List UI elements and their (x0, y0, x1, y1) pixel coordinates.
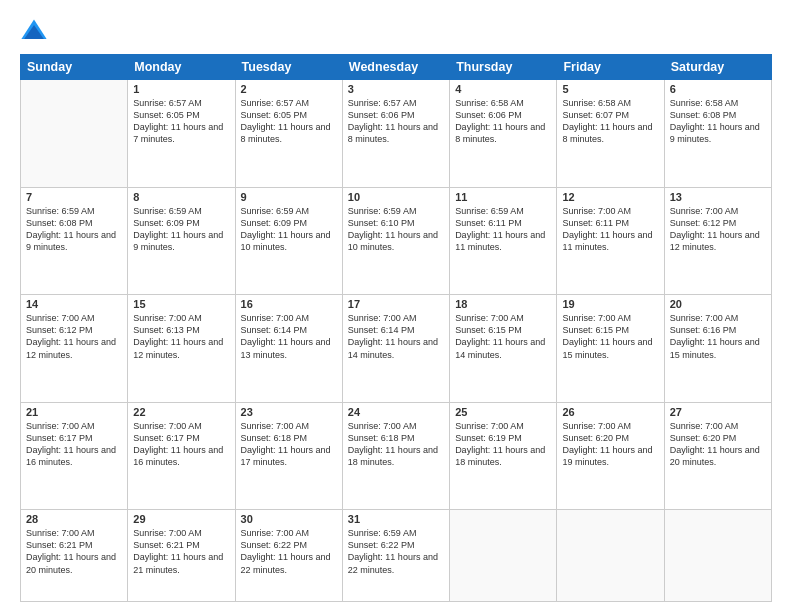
day-cell: 18Sunrise: 7:00 AMSunset: 6:15 PMDayligh… (450, 295, 557, 403)
day-info: Sunrise: 7:00 AMSunset: 6:20 PMDaylight:… (670, 420, 766, 469)
day-number: 14 (26, 298, 122, 310)
day-info: Sunrise: 7:00 AMSunset: 6:15 PMDaylight:… (455, 312, 551, 361)
day-number: 7 (26, 191, 122, 203)
day-number: 13 (670, 191, 766, 203)
day-cell: 8Sunrise: 6:59 AMSunset: 6:09 PMDaylight… (128, 187, 235, 295)
day-cell: 21Sunrise: 7:00 AMSunset: 6:17 PMDayligh… (21, 402, 128, 510)
day-info: Sunrise: 6:57 AMSunset: 6:06 PMDaylight:… (348, 97, 444, 146)
day-number: 19 (562, 298, 658, 310)
day-number: 8 (133, 191, 229, 203)
day-info: Sunrise: 7:00 AMSunset: 6:15 PMDaylight:… (562, 312, 658, 361)
day-cell: 19Sunrise: 7:00 AMSunset: 6:15 PMDayligh… (557, 295, 664, 403)
day-cell: 2Sunrise: 6:57 AMSunset: 6:05 PMDaylight… (235, 80, 342, 188)
day-number: 9 (241, 191, 337, 203)
day-cell: 26Sunrise: 7:00 AMSunset: 6:20 PMDayligh… (557, 402, 664, 510)
day-info: Sunrise: 7:00 AMSunset: 6:12 PMDaylight:… (26, 312, 122, 361)
day-cell: 24Sunrise: 7:00 AMSunset: 6:18 PMDayligh… (342, 402, 449, 510)
day-number: 26 (562, 406, 658, 418)
day-cell: 1Sunrise: 6:57 AMSunset: 6:05 PMDaylight… (128, 80, 235, 188)
day-number: 15 (133, 298, 229, 310)
day-cell: 7Sunrise: 6:59 AMSunset: 6:08 PMDaylight… (21, 187, 128, 295)
day-cell: 16Sunrise: 7:00 AMSunset: 6:14 PMDayligh… (235, 295, 342, 403)
day-number: 10 (348, 191, 444, 203)
day-cell: 17Sunrise: 7:00 AMSunset: 6:14 PMDayligh… (342, 295, 449, 403)
day-number: 31 (348, 513, 444, 525)
weekday-header-monday: Monday (128, 55, 235, 80)
day-info: Sunrise: 6:57 AMSunset: 6:05 PMDaylight:… (133, 97, 229, 146)
day-cell: 15Sunrise: 7:00 AMSunset: 6:13 PMDayligh… (128, 295, 235, 403)
day-info: Sunrise: 6:58 AMSunset: 6:07 PMDaylight:… (562, 97, 658, 146)
week-row-0: 1Sunrise: 6:57 AMSunset: 6:05 PMDaylight… (21, 80, 772, 188)
day-info: Sunrise: 7:00 AMSunset: 6:17 PMDaylight:… (133, 420, 229, 469)
day-cell: 13Sunrise: 7:00 AMSunset: 6:12 PMDayligh… (664, 187, 771, 295)
day-number: 27 (670, 406, 766, 418)
day-cell: 28Sunrise: 7:00 AMSunset: 6:21 PMDayligh… (21, 510, 128, 602)
page: SundayMondayTuesdayWednesdayThursdayFrid… (0, 0, 792, 612)
day-info: Sunrise: 7:00 AMSunset: 6:22 PMDaylight:… (241, 527, 337, 576)
day-info: Sunrise: 6:59 AMSunset: 6:08 PMDaylight:… (26, 205, 122, 254)
day-number: 11 (455, 191, 551, 203)
day-info: Sunrise: 7:00 AMSunset: 6:18 PMDaylight:… (241, 420, 337, 469)
week-row-2: 14Sunrise: 7:00 AMSunset: 6:12 PMDayligh… (21, 295, 772, 403)
day-info: Sunrise: 7:00 AMSunset: 6:11 PMDaylight:… (562, 205, 658, 254)
day-number: 30 (241, 513, 337, 525)
day-number: 20 (670, 298, 766, 310)
day-info: Sunrise: 7:00 AMSunset: 6:21 PMDaylight:… (26, 527, 122, 576)
day-cell: 22Sunrise: 7:00 AMSunset: 6:17 PMDayligh… (128, 402, 235, 510)
day-cell: 12Sunrise: 7:00 AMSunset: 6:11 PMDayligh… (557, 187, 664, 295)
weekday-header-friday: Friday (557, 55, 664, 80)
day-number: 17 (348, 298, 444, 310)
logo-icon (20, 18, 48, 46)
day-info: Sunrise: 7:00 AMSunset: 6:19 PMDaylight:… (455, 420, 551, 469)
day-number: 18 (455, 298, 551, 310)
day-info: Sunrise: 7:00 AMSunset: 6:14 PMDaylight:… (241, 312, 337, 361)
header (20, 18, 772, 46)
day-cell: 25Sunrise: 7:00 AMSunset: 6:19 PMDayligh… (450, 402, 557, 510)
day-number: 21 (26, 406, 122, 418)
day-info: Sunrise: 7:00 AMSunset: 6:17 PMDaylight:… (26, 420, 122, 469)
day-info: Sunrise: 6:58 AMSunset: 6:06 PMDaylight:… (455, 97, 551, 146)
day-number: 28 (26, 513, 122, 525)
day-cell (21, 80, 128, 188)
weekday-header-thursday: Thursday (450, 55, 557, 80)
day-number: 16 (241, 298, 337, 310)
day-cell: 31Sunrise: 6:59 AMSunset: 6:22 PMDayligh… (342, 510, 449, 602)
day-info: Sunrise: 7:00 AMSunset: 6:14 PMDaylight:… (348, 312, 444, 361)
day-info: Sunrise: 6:58 AMSunset: 6:08 PMDaylight:… (670, 97, 766, 146)
day-info: Sunrise: 7:00 AMSunset: 6:18 PMDaylight:… (348, 420, 444, 469)
day-number: 25 (455, 406, 551, 418)
day-number: 12 (562, 191, 658, 203)
calendar-table: SundayMondayTuesdayWednesdayThursdayFrid… (20, 54, 772, 602)
day-cell: 5Sunrise: 6:58 AMSunset: 6:07 PMDaylight… (557, 80, 664, 188)
day-info: Sunrise: 6:59 AMSunset: 6:11 PMDaylight:… (455, 205, 551, 254)
weekday-header-wednesday: Wednesday (342, 55, 449, 80)
day-cell: 20Sunrise: 7:00 AMSunset: 6:16 PMDayligh… (664, 295, 771, 403)
day-cell: 3Sunrise: 6:57 AMSunset: 6:06 PMDaylight… (342, 80, 449, 188)
day-cell: 27Sunrise: 7:00 AMSunset: 6:20 PMDayligh… (664, 402, 771, 510)
day-number: 3 (348, 83, 444, 95)
day-info: Sunrise: 7:00 AMSunset: 6:13 PMDaylight:… (133, 312, 229, 361)
day-info: Sunrise: 7:00 AMSunset: 6:12 PMDaylight:… (670, 205, 766, 254)
day-cell (557, 510, 664, 602)
weekday-header-sunday: Sunday (21, 55, 128, 80)
logo (20, 18, 50, 46)
day-info: Sunrise: 6:59 AMSunset: 6:10 PMDaylight:… (348, 205, 444, 254)
weekday-header-tuesday: Tuesday (235, 55, 342, 80)
day-info: Sunrise: 6:57 AMSunset: 6:05 PMDaylight:… (241, 97, 337, 146)
weekday-header-saturday: Saturday (664, 55, 771, 80)
day-info: Sunrise: 7:00 AMSunset: 6:21 PMDaylight:… (133, 527, 229, 576)
week-row-3: 21Sunrise: 7:00 AMSunset: 6:17 PMDayligh… (21, 402, 772, 510)
day-cell (450, 510, 557, 602)
day-info: Sunrise: 7:00 AMSunset: 6:20 PMDaylight:… (562, 420, 658, 469)
day-number: 29 (133, 513, 229, 525)
day-cell: 11Sunrise: 6:59 AMSunset: 6:11 PMDayligh… (450, 187, 557, 295)
day-number: 24 (348, 406, 444, 418)
week-row-4: 28Sunrise: 7:00 AMSunset: 6:21 PMDayligh… (21, 510, 772, 602)
day-cell: 9Sunrise: 6:59 AMSunset: 6:09 PMDaylight… (235, 187, 342, 295)
day-info: Sunrise: 6:59 AMSunset: 6:09 PMDaylight:… (133, 205, 229, 254)
day-number: 23 (241, 406, 337, 418)
day-number: 22 (133, 406, 229, 418)
day-cell (664, 510, 771, 602)
day-cell: 10Sunrise: 6:59 AMSunset: 6:10 PMDayligh… (342, 187, 449, 295)
day-cell: 6Sunrise: 6:58 AMSunset: 6:08 PMDaylight… (664, 80, 771, 188)
